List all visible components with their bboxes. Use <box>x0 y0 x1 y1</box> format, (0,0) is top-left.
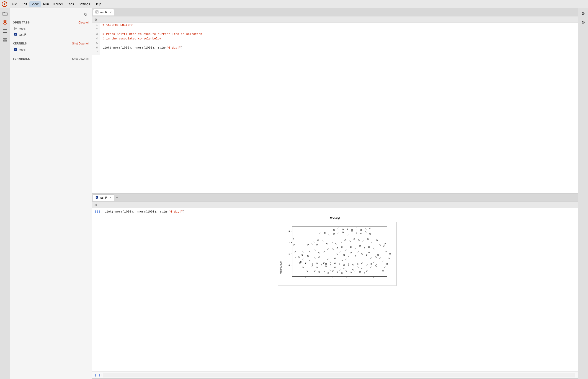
svg-point-166 <box>295 258 296 259</box>
svg-point-140 <box>359 271 361 272</box>
console-tab-close[interactable]: ✕ <box>109 196 112 199</box>
svg-point-43 <box>350 252 352 253</box>
svg-point-44 <box>355 255 356 257</box>
svg-point-93 <box>362 268 363 269</box>
svg-point-65 <box>382 260 383 261</box>
line-content-1: # <Source Editor> <box>100 23 133 27</box>
menu-settings[interactable]: Settings <box>76 1 92 7</box>
svg-point-109 <box>317 239 319 241</box>
menubar: File Edit View Run Kernel Tabs Settings … <box>0 0 588 8</box>
menu-file[interactable]: File <box>10 1 19 7</box>
svg-point-134 <box>341 272 343 274</box>
right-gear-icon-top[interactable]: ⚙ <box>580 10 587 17</box>
svg-point-141 <box>323 271 324 272</box>
svg-point-68 <box>337 247 338 249</box>
scatter-plot: rnorm(1000) 3 2 1 0 <box>278 222 397 286</box>
svg-point-63 <box>380 258 381 259</box>
editor-tab-close[interactable]: ✕ <box>109 11 112 14</box>
svg-point-79 <box>314 250 316 251</box>
editor-toolbar-gear-icon[interactable]: ⚙ <box>93 17 98 22</box>
svg-point-167 <box>294 251 295 252</box>
menu-run[interactable]: Run <box>41 1 51 7</box>
svg-point-98 <box>345 239 346 241</box>
puzzle-icon-btn[interactable] <box>1 36 9 43</box>
refresh-icon-btn[interactable]: ↻ <box>82 11 89 18</box>
stop-icon-btn[interactable] <box>1 19 9 26</box>
code-line-1: 1 # <Source Editor> <box>92 23 578 27</box>
editor-tab-test-r[interactable]: test.R ✕ <box>93 9 114 16</box>
open-tabs-header: OPEN TABS Close All <box>13 21 89 24</box>
svg-point-158 <box>375 264 377 266</box>
svg-point-110 <box>376 239 378 241</box>
code-editor-area[interactable]: 1 # <Source Editor> 2 3 # Press Shift+En… <box>92 23 578 193</box>
sidebar-kernel-test-r[interactable]: >_ test.R <box>13 47 89 53</box>
line-content-2 <box>100 27 103 32</box>
svg-point-178 <box>365 229 366 230</box>
console-cmd-text: plot(rnorm(1000), rnorm(1000), main="G'd… <box>105 210 185 213</box>
svg-point-127 <box>380 244 381 245</box>
menu-tabs[interactable]: Tabs <box>65 1 76 7</box>
right-gear-icon-mid[interactable]: ⚙ <box>580 19 587 26</box>
app-logo[interactable] <box>2 1 7 7</box>
svg-point-124 <box>307 244 309 245</box>
terminals-shutdown-button[interactable]: Shut Down All <box>72 57 89 61</box>
svg-point-148 <box>334 263 336 264</box>
svg-point-106 <box>367 238 369 240</box>
svg-point-138 <box>328 272 329 274</box>
svg-point-137 <box>355 271 356 272</box>
svg-point-102 <box>358 239 359 241</box>
svg-text:>_: >_ <box>96 196 98 199</box>
console-tab-add[interactable]: + <box>115 195 120 200</box>
console-input-field[interactable] <box>103 373 575 378</box>
svg-point-130 <box>303 251 304 252</box>
svg-point-84 <box>321 268 322 269</box>
svg-point-67 <box>332 249 333 250</box>
svg-point-59 <box>375 256 377 258</box>
svg-point-92 <box>357 267 358 268</box>
svg-point-105 <box>326 243 328 244</box>
folder-icon-btn[interactable] <box>1 10 9 17</box>
svg-point-54 <box>368 252 370 253</box>
console-tab-bar: >_ test.R ✕ + <box>92 194 578 202</box>
close-all-button[interactable]: Close All <box>78 21 89 24</box>
list-icon-btn[interactable] <box>1 27 9 35</box>
console-tab-test-r[interactable]: >_ test.R ✕ <box>93 194 114 201</box>
console-toolbar-gear-icon[interactable]: ⚙ <box>93 203 98 207</box>
line-content-5 <box>100 41 103 46</box>
svg-point-147 <box>348 263 349 265</box>
svg-point-168 <box>388 258 390 259</box>
svg-point-152 <box>362 263 363 264</box>
svg-point-111 <box>313 242 314 243</box>
sidebar-item-editor-test-r[interactable]: test.R <box>13 26 89 32</box>
svg-point-91 <box>353 269 354 270</box>
svg-text:3: 3 <box>288 230 290 232</box>
svg-point-48 <box>323 262 324 264</box>
svg-text:2: 2 <box>288 241 290 244</box>
y-axis-label: rnorm(1000) <box>279 261 282 274</box>
svg-point-128 <box>383 245 384 247</box>
menu-edit[interactable]: Edit <box>19 1 30 7</box>
menu-kernel[interactable]: Kernel <box>51 1 65 7</box>
menu-view[interactable]: View <box>30 1 41 7</box>
svg-point-173 <box>351 229 353 231</box>
svg-point-78 <box>368 246 370 248</box>
svg-point-113 <box>342 232 344 233</box>
svg-point-1 <box>4 3 5 5</box>
line-num-4: 4 <box>92 36 100 41</box>
svg-point-87 <box>334 267 336 268</box>
svg-point-96 <box>375 266 377 267</box>
kernels-shutdown-button[interactable]: Shut Down All <box>72 42 89 45</box>
editor-icon <box>14 27 17 31</box>
sidebar-item-terminal-test-r[interactable]: >_ test.R <box>13 32 89 37</box>
svg-point-66 <box>298 256 300 258</box>
open-tabs-label: OPEN TABS <box>13 21 30 24</box>
console-command-line: [1]: plot(rnorm(1000), rnorm(1000), main… <box>95 210 575 213</box>
svg-point-72 <box>355 249 356 250</box>
svg-point-162 <box>382 270 384 271</box>
svg-point-139 <box>332 270 333 271</box>
menu-help[interactable]: Help <box>92 1 104 7</box>
svg-point-172 <box>347 228 348 230</box>
editor-tab-add[interactable]: + <box>115 9 120 15</box>
line-content-3: # Press Shift+Enter to execute current l… <box>100 32 202 36</box>
svg-point-146 <box>344 265 345 266</box>
